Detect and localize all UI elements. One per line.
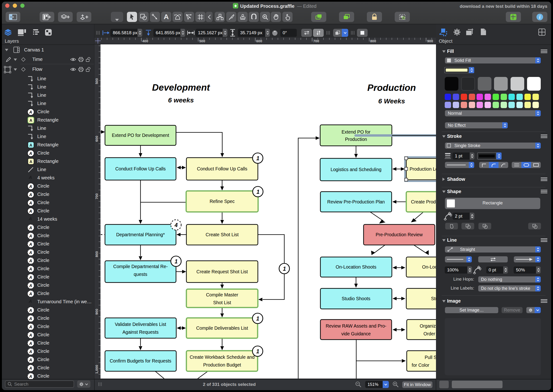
svg-text:Conduct Follow Up Calls: Conduct Follow Up Calls — [197, 166, 248, 171]
svg-text:Extend PO for Development: Extend PO for Development — [112, 133, 169, 138]
svg-text:On-Location Shoots: On-Location Shoots — [422, 264, 436, 270]
svg-text:Against Requests: Against Requests — [122, 329, 159, 335]
svg-text:vide Guidance: vide Guidance — [341, 331, 371, 336]
svg-text:A: A — [29, 201, 32, 205]
svg-text:Review RAW Assets and Pro-: Review RAW Assets and Pro- — [325, 323, 386, 329]
svg-text:Development: Development — [152, 82, 210, 92]
svg-text:Review Pre-Production Plan: Review Pre-Production Plan — [327, 199, 385, 204]
svg-text:i: i — [539, 14, 540, 20]
svg-text:Studio Shoots: Studio Shoots — [431, 296, 436, 301]
svg-text:Create Workback Schedule and: Create Workback Schedule and — [190, 355, 255, 360]
svg-text:Refine Spec: Refine Spec — [209, 199, 235, 204]
svg-text:Production: Production — [367, 83, 416, 93]
svg-text:A: A — [29, 350, 32, 354]
svg-text:Pre-Production Review: Pre-Production Review — [376, 232, 423, 237]
svg-text:A: A — [29, 143, 32, 147]
svg-text:Organize and: Organize and — [420, 323, 436, 329]
svg-text:Shot List: Shot List — [213, 300, 231, 305]
svg-text:A: A — [29, 292, 32, 296]
svg-text:Logistics and Scheduling: Logistics and Scheduling — [331, 167, 381, 172]
svg-text:Conduct Follow Up Calls: Conduct Follow Up Calls — [115, 166, 166, 171]
svg-text:A: A — [29, 110, 32, 114]
svg-text:A: A — [29, 283, 32, 288]
svg-text:A: A — [29, 234, 32, 238]
svg-text:Compile Master: Compile Master — [206, 292, 238, 297]
svg-text:Production: Production — [345, 137, 367, 142]
svg-text:On-Location Shoots: On-Location Shoots — [336, 264, 377, 270]
svg-text:A: A — [29, 316, 32, 321]
svg-text:Create Production Plan: Create Production Plan — [411, 199, 436, 204]
svg-text:6 Weeks: 6 Weeks — [378, 97, 405, 105]
svg-text:Production Budget: Production Budget — [203, 362, 241, 367]
svg-text:1: 1 — [256, 189, 260, 195]
svg-text:A: A — [29, 374, 32, 379]
svg-text:A: A — [29, 160, 32, 164]
svg-text:4: 4 — [174, 222, 178, 228]
svg-text:A: A — [29, 259, 32, 263]
svg-text:A: A — [29, 184, 32, 189]
svg-text:1: 1 — [256, 315, 259, 322]
svg-text:Extend PO for: Extend PO for — [342, 129, 371, 134]
svg-text:Production Logistics: Production Logistics — [409, 166, 436, 172]
svg-text:A: A — [29, 333, 32, 337]
svg-text:A: A — [29, 267, 32, 271]
svg-text:Compile Deliverables List: Compile Deliverables List — [196, 325, 248, 331]
svg-text:A: A — [29, 209, 32, 214]
svg-text:quests: quests — [134, 272, 147, 277]
svg-text:Pull Selects: Pull Selects — [425, 355, 436, 360]
svg-text:Studio Shoots: Studio Shoots — [342, 296, 370, 301]
svg-text:Confirm Budgets for Requests: Confirm Budgets for Requests — [110, 358, 171, 364]
svg-text:Validate Deliverables List: Validate Deliverables List — [115, 322, 166, 327]
svg-text:1: 1 — [256, 348, 259, 355]
svg-text:Compile Departmental Re-: Compile Departmental Re- — [113, 264, 168, 269]
svg-text:A: A — [29, 226, 32, 230]
svg-text:A: A — [29, 358, 32, 362]
svg-text:Create Request Shot List: Create Request Shot List — [197, 269, 248, 274]
svg-text:A: A — [29, 308, 32, 313]
svg-text:6 weeks: 6 weeks — [168, 96, 194, 104]
svg-text:for Color: for Color — [412, 363, 429, 368]
svg-text:A: A — [29, 118, 32, 123]
svg-text:1: 1 — [175, 259, 178, 265]
svg-text:1: 1 — [256, 155, 259, 161]
svg-text:1: 1 — [283, 266, 286, 272]
svg-text:A: A — [29, 325, 32, 329]
svg-text:A: A — [29, 250, 32, 255]
svg-text:A: A — [29, 366, 32, 371]
svg-text:A: A — [29, 341, 32, 346]
svg-text:A: A — [29, 193, 32, 197]
svg-text:Departmental Planning*: Departmental Planning* — [116, 232, 165, 237]
svg-text:Order RAW: Order RAW — [423, 331, 436, 336]
svg-text:Create Shot List: Create Shot List — [206, 232, 239, 237]
svg-text:A: A — [29, 242, 32, 247]
svg-text:A: A — [29, 151, 32, 156]
svg-text:A: A — [29, 275, 32, 280]
